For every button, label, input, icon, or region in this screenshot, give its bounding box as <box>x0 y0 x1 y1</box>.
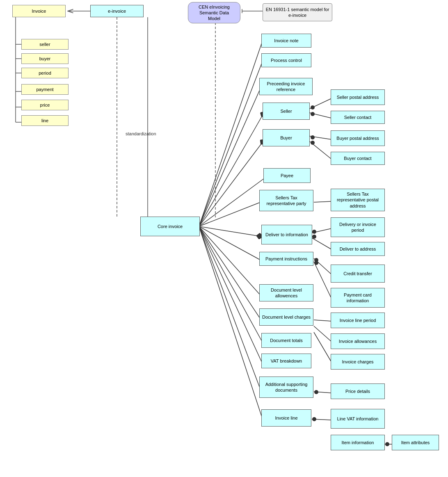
svg-line-22 <box>199 202 261 226</box>
line-item: line <box>21 115 69 126</box>
svg-line-39 <box>314 201 331 202</box>
sellers-tax-postal-box: Sellers Tax representative postal addres… <box>331 189 385 211</box>
price-details-box: Price details <box>331 383 385 399</box>
core-invoice-box: Core invoice <box>140 217 200 236</box>
additional-docs-box: Additional supporting documents <box>259 377 313 398</box>
credit-transfer-box: Credit transfer <box>331 265 385 283</box>
doc-level-allowances-box: Document level allowences <box>259 284 313 301</box>
svg-line-23 <box>199 226 263 237</box>
svg-line-37 <box>310 142 331 159</box>
svg-point-32 <box>311 105 315 110</box>
svg-line-26 <box>199 226 261 319</box>
svg-line-16 <box>199 41 263 226</box>
buyer-contact-box: Buyer contact <box>331 152 385 165</box>
svg-line-46 <box>314 262 331 299</box>
svg-line-20 <box>199 139 265 226</box>
svg-line-27 <box>199 226 263 342</box>
invoice-box: Invoice <box>12 5 66 17</box>
svg-point-47 <box>314 261 318 265</box>
svg-point-36 <box>311 135 315 139</box>
invoice-line-box: Invoice line <box>261 409 311 427</box>
process-control-box: Process control <box>261 53 311 67</box>
payment-instructions-box: Payment instructions <box>259 252 313 266</box>
seller-contact-box: Seller contact <box>331 111 385 124</box>
cen-model-box: CEN eInvoicingSemantic DataModel <box>188 2 240 23</box>
svg-line-24 <box>199 226 261 260</box>
svg-point-56 <box>385 442 389 446</box>
svg-line-25 <box>199 226 261 295</box>
doc-level-charges-box: Document level charges <box>259 308 313 326</box>
e-invoice-box: e-invoice <box>90 5 144 17</box>
seller-node-box: Seller <box>263 103 310 120</box>
item-information-box: Item information <box>331 435 385 450</box>
period-item: period <box>21 68 69 78</box>
svg-line-29 <box>199 226 261 390</box>
svg-line-33 <box>310 113 331 118</box>
invoice-line-period-box: Invoice line period <box>331 313 385 328</box>
svg-line-54 <box>314 332 331 362</box>
svg-line-21 <box>199 177 266 226</box>
seller-postal-box: Seller postal address <box>331 89 385 105</box>
svg-line-44 <box>314 258 331 274</box>
invoice-note-box: Invoice note <box>261 34 311 48</box>
delivery-invoice-period-box: Delivery or invoice period <box>331 217 385 237</box>
buyer-item: buyer <box>21 53 69 64</box>
svg-line-18 <box>199 88 261 226</box>
buyer-node-box: Buyer <box>263 129 310 146</box>
svg-point-49 <box>312 417 316 421</box>
sellers-tax-rep-box: Sellers Tax representative party <box>259 190 313 211</box>
payment-card-box: Payment card information <box>331 288 385 308</box>
svg-point-43 <box>312 235 316 239</box>
svg-line-28 <box>199 226 263 364</box>
seller-item: seller <box>21 39 69 50</box>
svg-line-31 <box>310 98 331 109</box>
preceeding-invoice-box: Preceeding invoice reference <box>259 78 313 95</box>
svg-line-48 <box>312 419 331 420</box>
price-item: price <box>21 100 69 110</box>
svg-line-35 <box>310 136 331 139</box>
svg-point-45 <box>314 258 318 262</box>
svg-line-53 <box>314 326 331 342</box>
invoice-allowances-box: Invoice allowances <box>331 333 385 349</box>
invoice-charges-box: Invoice charges <box>331 354 385 370</box>
svg-point-38 <box>311 141 315 145</box>
item-attributes-box: Item attributes <box>392 435 439 450</box>
svg-line-17 <box>199 61 263 226</box>
svg-point-41 <box>312 230 316 234</box>
doc-totals-box: Document totals <box>261 333 311 348</box>
line-vat-box: Line VAT information <box>331 409 385 429</box>
buyer-postal-box: Buyer postal address <box>331 130 385 146</box>
vat-breakdown-box: VAT breakdown <box>261 354 311 368</box>
svg-line-30 <box>199 226 263 419</box>
deliver-to-box: Deliver to information <box>261 225 312 244</box>
svg-line-40 <box>312 228 331 233</box>
svg-line-50 <box>314 392 331 393</box>
standardization-label: standardization <box>126 131 156 136</box>
payment-item: payment <box>21 84 69 95</box>
diagram-container: Invoice e-invoice CEN eInvoicingSemantic… <box>0 0 448 477</box>
svg-line-19 <box>199 112 265 226</box>
svg-point-34 <box>311 112 315 116</box>
deliver-to-address-box: Deliver to address <box>331 242 385 256</box>
svg-point-51 <box>314 390 318 394</box>
payee-box: Payee <box>263 168 311 183</box>
svg-line-52 <box>314 320 331 321</box>
en16931-box: EN 16931-1 semantic model for e-invoice <box>263 3 332 21</box>
svg-line-42 <box>312 238 331 249</box>
